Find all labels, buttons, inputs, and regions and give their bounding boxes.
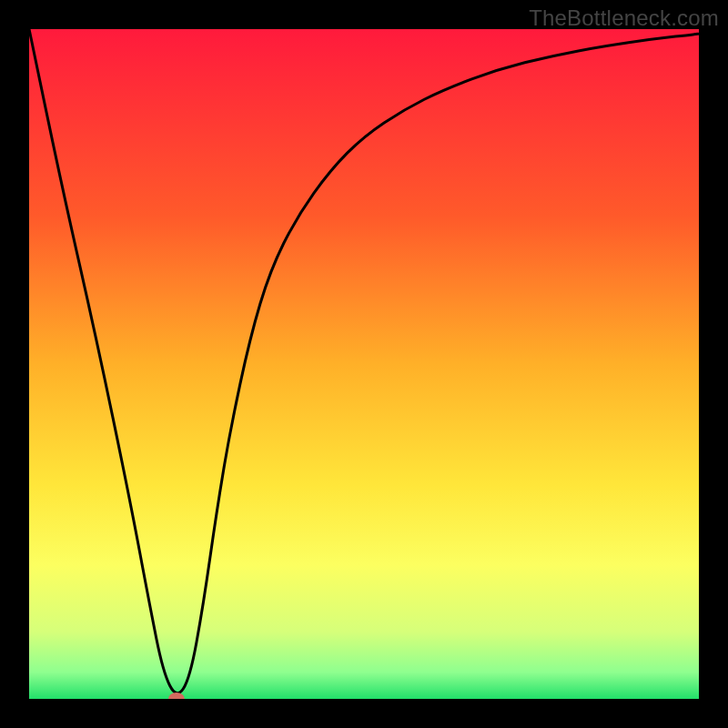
gradient-background <box>29 29 699 699</box>
watermark-text: TheBottleneck.com <box>529 5 719 31</box>
plot-area <box>29 29 699 699</box>
chart-frame: TheBottleneck.com <box>0 0 728 728</box>
chart-svg <box>29 29 699 699</box>
